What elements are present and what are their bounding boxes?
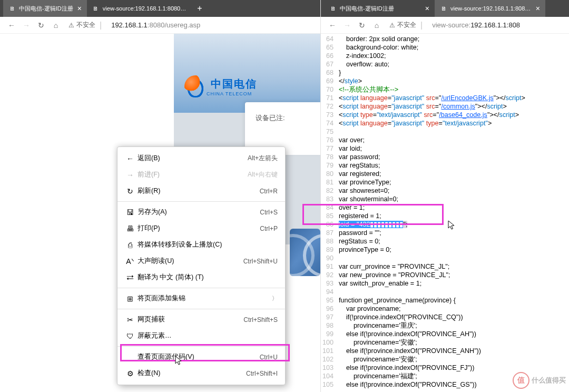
menu-item-shortcut: Alt+向右键 bbox=[248, 170, 278, 179]
code-line: 88regStatus = 0; bbox=[321, 237, 569, 246]
menu-item-icon: 🖫 bbox=[124, 208, 136, 217]
code-line: 79var regStatus; bbox=[321, 161, 569, 170]
context-menu-item[interactable]: ⎙ 将媒体转移到设备上播放(C) bbox=[117, 237, 285, 253]
context-menu-item[interactable]: 🖶 打印(P) Ctrl+P bbox=[117, 220, 285, 237]
context-menu-item[interactable]: 🛡 屏蔽元素… bbox=[117, 328, 285, 344]
url-text[interactable]: view-source:192.168.1.1:808 bbox=[432, 21, 520, 29]
menu-item-label: 查看页面源代码(V) bbox=[138, 352, 260, 361]
menu-item-icon: ⚙ bbox=[124, 369, 136, 378]
context-menu-item[interactable]: ⮂ 翻译为 中文 (简体) (T) bbox=[117, 269, 285, 286]
menu-item-icon: ✂ bbox=[124, 316, 136, 324]
menu-item-label: 另存为(A) bbox=[138, 208, 260, 217]
security-indicator[interactable]: ⚠ 不安全 bbox=[389, 21, 416, 30]
code-line: 82var showreset=0; bbox=[321, 187, 569, 195]
code-line: 71<script language="javascript" src="/ur… bbox=[321, 94, 569, 102]
tab-1[interactable]: 🗎 中国电信-逻辑ID注册 × bbox=[3, 0, 87, 17]
code-line: 94 bbox=[321, 288, 569, 296]
code-line: 69</style> bbox=[321, 77, 569, 85]
forward-button[interactable]: → bbox=[340, 18, 355, 33]
code-line: 65 background-color: white; bbox=[321, 43, 569, 52]
code-line: 100 provincename='安徽'; bbox=[321, 338, 569, 347]
tab-2[interactable]: 🗎 view-source:192.168.1.1:8080/us bbox=[87, 0, 192, 17]
watermark: 值 什么值得买 bbox=[513, 372, 566, 389]
code-line: 101 else if(!province.indexOf("PROVINCE_… bbox=[321, 347, 569, 355]
context-menu-item[interactable]: ↻ 刷新(R) Ctrl+R bbox=[117, 183, 285, 199]
context-menu-item[interactable]: 🖫 另存为(A) Ctrl+S bbox=[117, 204, 285, 220]
code-line: 70<!--系统公共脚本--> bbox=[321, 85, 569, 94]
menu-item-shortcut: Alt+左箭头 bbox=[248, 154, 278, 163]
code-line: 98 provincename='重庆'; bbox=[321, 321, 569, 330]
home-button[interactable]: ⌂ bbox=[48, 18, 63, 33]
tab-1[interactable]: 🗎 中国电信-逻辑ID注册 × bbox=[324, 0, 435, 17]
back-button[interactable]: ← bbox=[4, 18, 19, 33]
menu-item-label: 将页面添加集锦 bbox=[138, 294, 272, 303]
menu-item-label: 将媒体转移到设备上播放(C) bbox=[138, 240, 278, 249]
code-line: 76var over; bbox=[321, 136, 569, 144]
code-line: 73<script type="text/javascript" src="/b… bbox=[321, 111, 569, 119]
code-line: 80var registered; bbox=[321, 170, 569, 178]
cursor-icon bbox=[175, 356, 183, 368]
menu-item-label: 返回(B) bbox=[138, 154, 248, 163]
file-icon: 🗎 bbox=[92, 4, 100, 13]
back-button[interactable]: ← bbox=[325, 18, 340, 33]
refresh-button[interactable]: ↻ bbox=[355, 18, 369, 33]
code-line: 99 else if(!province.indexOf("PROVINCE_A… bbox=[321, 330, 569, 338]
context-menu-item[interactable]: 查看页面源代码(V) Ctrl+U bbox=[117, 349, 285, 365]
code-line: 102 provincename='安徽'; bbox=[321, 355, 569, 364]
tab-title: view-source:192.168.1.1:8080/us bbox=[450, 5, 532, 12]
menu-item-icon: ⎙ bbox=[124, 241, 136, 249]
decorative-wave-icon bbox=[290, 229, 320, 276]
code-line: 103 else if(!province.indexOf("PROVINCE_… bbox=[321, 364, 569, 372]
forward-button[interactable]: → bbox=[19, 18, 34, 33]
tab-strip-right: 🗎 中国电信-逻辑ID注册 × 🗎 view-source:192.168.1.… bbox=[321, 0, 569, 17]
close-icon[interactable]: × bbox=[536, 4, 540, 13]
context-menu-item[interactable]: Aᐠ 大声朗读(U) Ctrl+Shift+U bbox=[117, 253, 285, 269]
address-bar-left: ← → ↻ ⌂ ⚠ 不安全 | 192.168.1.1:8080/usereg.… bbox=[0, 17, 320, 34]
chevron-right-icon: 〉 bbox=[272, 295, 278, 302]
china-telecom-logo: 中国电信 CHINA TELECOM bbox=[184, 73, 274, 100]
source-code-view[interactable]: 64 border: 2px solid orange;65 backgroun… bbox=[321, 34, 569, 392]
menu-item-icon: ↻ bbox=[124, 187, 136, 195]
context-menu-item: → 前进(F) Alt+向右键 bbox=[117, 166, 285, 183]
context-menu-item[interactable]: ← 返回(B) Alt+左箭头 bbox=[117, 150, 285, 166]
code-line: 77var loid; bbox=[321, 144, 569, 153]
menu-item-icon: ← bbox=[124, 154, 136, 163]
device-registered-label: 设备已注: bbox=[256, 114, 285, 122]
file-icon: 🗎 bbox=[329, 4, 337, 13]
new-tab-button[interactable]: + bbox=[192, 0, 207, 17]
code-line: 93var switch_prov_enable = 1; bbox=[321, 279, 569, 288]
menu-item-label: 前进(F) bbox=[138, 170, 248, 179]
close-icon[interactable]: × bbox=[77, 4, 82, 13]
tab-strip-left: 🗎 中国电信-逻辑ID注册 × 🗎 view-source:192.168.1.… bbox=[0, 0, 320, 17]
tab-2[interactable]: 🗎 view-source:192.168.1.1:8080/us × bbox=[435, 0, 545, 17]
code-line: 91var curr_province = "PROVINCE_JL"; bbox=[321, 262, 569, 271]
context-menu-item[interactable]: ✂ 网页捕获 Ctrl+Shift+S bbox=[117, 311, 285, 328]
code-line: 68} bbox=[321, 68, 569, 77]
tab-title: 中国电信-逻辑ID注册 bbox=[19, 5, 73, 13]
code-line: 74<script language="javascript" type="te… bbox=[321, 119, 569, 128]
close-icon[interactable]: × bbox=[425, 4, 429, 13]
menu-item-label: 大声朗读(U) bbox=[138, 257, 243, 266]
code-line: 89provinceType = 0; bbox=[321, 246, 569, 254]
menu-item-label: 屏蔽元素… bbox=[138, 331, 278, 340]
code-line: 84over = 1; bbox=[321, 203, 569, 212]
home-button[interactable]: ⌂ bbox=[369, 18, 384, 33]
menu-item-shortcut: Ctrl+S bbox=[260, 209, 278, 216]
url-text[interactable]: 192.168.1.1:8080/usereg.asp bbox=[111, 21, 200, 29]
code-line: 85registered = 1; bbox=[321, 212, 569, 220]
logo-mark-icon bbox=[184, 75, 207, 97]
code-line: 81var provinceType; bbox=[321, 178, 569, 187]
code-line: 90 bbox=[321, 254, 569, 262]
context-menu-item[interactable]: ⚙ 检查(N) Ctrl+Shift+I bbox=[117, 365, 285, 381]
code-line: 97 if(!province.indexOf("PROVINCE_CQ")) bbox=[321, 313, 569, 321]
code-line: 87password = ""; bbox=[321, 229, 569, 237]
menu-item-icon: Aᐠ bbox=[124, 257, 136, 266]
menu-item-shortcut: Ctrl+U bbox=[260, 354, 278, 361]
context-menu-item[interactable]: ⊞ 将页面添加集锦 〉 bbox=[117, 290, 285, 307]
code-line: 92var new_province = "PROVINCE_JL"; bbox=[321, 271, 569, 279]
security-indicator[interactable]: ⚠ 不安全 bbox=[68, 21, 95, 30]
code-line: 78var password; bbox=[321, 153, 569, 161]
context-menu: ← 返回(B) Alt+左箭头→ 前进(F) Alt+向右键↻ 刷新(R) Ct… bbox=[117, 146, 286, 385]
code-line: 86loid = "432▮▮▮▮▮▮▮▮▮"; bbox=[321, 220, 569, 229]
refresh-button[interactable]: ↻ bbox=[34, 18, 48, 33]
